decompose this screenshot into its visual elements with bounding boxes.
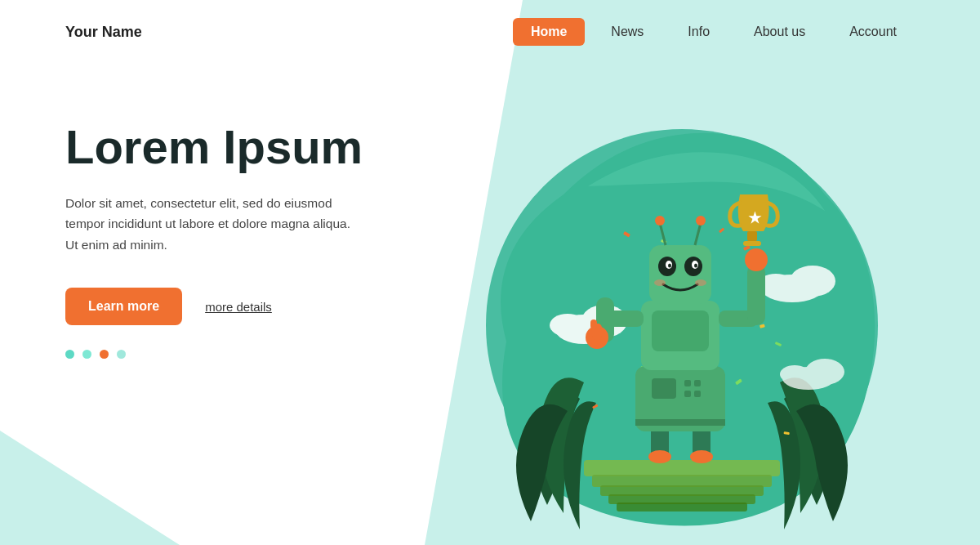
svg-rect-31 xyxy=(652,378,676,399)
svg-rect-34 xyxy=(684,391,691,397)
nav-item-account[interactable]: Account xyxy=(831,18,915,46)
hero-description: Dolor sit amet, consectetur elit, sed do… xyxy=(65,193,359,256)
button-row: Learn more more details xyxy=(65,288,416,325)
dot-2[interactable] xyxy=(82,350,91,359)
svg-rect-47 xyxy=(747,231,757,241)
svg-rect-5 xyxy=(617,503,747,511)
svg-rect-2 xyxy=(592,475,772,487)
svg-rect-36 xyxy=(635,419,725,426)
svg-text:★: ★ xyxy=(748,210,762,226)
main-content: Lorem Ipsum Dolor sit amet, consectetur … xyxy=(0,64,980,543)
svg-point-8 xyxy=(550,314,586,337)
svg-point-62 xyxy=(696,216,706,226)
svg-point-57 xyxy=(654,279,666,286)
left-content: Lorem Ipsum Dolor sit amet, consectetur … xyxy=(65,88,416,359)
header: Your Name Home News Info About us Accoun… xyxy=(0,0,980,64)
svg-point-55 xyxy=(668,264,671,268)
dots-row xyxy=(65,350,416,359)
svg-rect-43 xyxy=(590,319,597,329)
svg-rect-45 xyxy=(747,264,765,325)
svg-rect-35 xyxy=(694,391,701,397)
svg-rect-50 xyxy=(649,245,711,304)
svg-rect-1 xyxy=(584,460,780,476)
nav-item-about[interactable]: About us xyxy=(736,18,823,46)
dot-1[interactable] xyxy=(65,350,74,359)
nav-item-news[interactable]: News xyxy=(593,18,662,46)
svg-rect-48 xyxy=(743,241,761,246)
svg-point-46 xyxy=(745,248,768,271)
robot-svg: ★ xyxy=(441,88,923,545)
svg-rect-32 xyxy=(684,380,691,386)
svg-point-14 xyxy=(780,365,809,383)
brand-name: Your Name xyxy=(65,24,513,41)
main-nav: Home News Info About us Account xyxy=(513,18,915,46)
svg-point-58 xyxy=(695,279,706,286)
nav-item-home[interactable]: Home xyxy=(513,18,585,46)
hero-title: Lorem Ipsum xyxy=(65,121,416,173)
svg-point-28 xyxy=(648,450,671,463)
hero-illustration: ★ xyxy=(416,88,915,545)
svg-point-61 xyxy=(655,216,665,226)
more-details-button[interactable]: more details xyxy=(205,300,272,314)
svg-point-13 xyxy=(805,359,844,385)
svg-rect-38 xyxy=(652,310,709,351)
dot-4[interactable] xyxy=(117,350,126,359)
dot-3[interactable] xyxy=(100,350,109,359)
svg-point-10 xyxy=(790,266,835,297)
svg-point-56 xyxy=(694,264,697,268)
svg-point-29 xyxy=(690,450,713,463)
learn-more-button[interactable]: Learn more xyxy=(65,288,182,325)
nav-item-info[interactable]: Info xyxy=(670,18,728,46)
svg-rect-33 xyxy=(694,380,701,386)
